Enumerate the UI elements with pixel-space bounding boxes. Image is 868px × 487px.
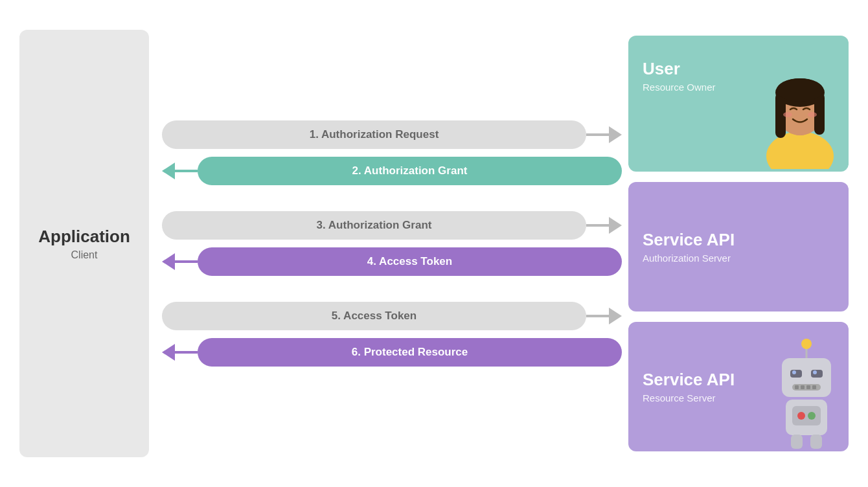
step-1-row: 1. Authorization Request bbox=[162, 119, 622, 150]
svg-rect-12 bbox=[790, 370, 802, 378]
user-character bbox=[758, 52, 842, 172]
step-3-tail bbox=[586, 224, 609, 227]
svg-point-24 bbox=[808, 412, 816, 420]
step-2-arrowhead bbox=[162, 163, 175, 179]
user-panel-subtitle: Resource Owner bbox=[643, 82, 716, 93]
svg-rect-17 bbox=[795, 385, 799, 389]
svg-point-23 bbox=[797, 412, 805, 420]
step-6-pill: 6. Protected Resource bbox=[198, 338, 622, 367]
step-3-row: 3. Authorization Grant bbox=[162, 210, 622, 241]
step-3-pill: 3. Authorization Grant bbox=[162, 211, 586, 240]
client-title: Application bbox=[38, 227, 130, 247]
svg-rect-25 bbox=[791, 435, 803, 449]
step-3-4-group: 3. Authorization Grant 4. Access Token bbox=[162, 210, 622, 277]
svg-rect-18 bbox=[801, 385, 805, 389]
svg-point-10 bbox=[801, 339, 812, 349]
resource-server-panel: Service API Resource Server bbox=[628, 322, 849, 451]
step-1-pill: 1. Authorization Request bbox=[162, 120, 586, 149]
resource-server-text-block: Service API Resource Server bbox=[643, 370, 735, 403]
step-5-6-group: 5. Access Token 6. Protected Resource bbox=[162, 300, 622, 368]
user-panel-title: User bbox=[643, 59, 716, 79]
step-4-tail bbox=[175, 260, 198, 263]
step-6-arrowhead bbox=[162, 344, 175, 361]
svg-rect-22 bbox=[792, 406, 821, 425]
resource-server-title: Service API bbox=[643, 370, 735, 390]
step-6-row: 6. Protected Resource bbox=[162, 337, 622, 368]
step-5-tail bbox=[586, 315, 609, 317]
step-4-row: 4. Access Token bbox=[162, 246, 622, 277]
svg-point-14 bbox=[792, 370, 796, 374]
step-3-arrowhead bbox=[609, 217, 622, 234]
svg-point-15 bbox=[813, 370, 817, 374]
svg-point-0 bbox=[766, 131, 834, 169]
step-5-pill: 5. Access Token bbox=[162, 302, 586, 330]
svg-point-7 bbox=[783, 112, 792, 117]
step-2-tail bbox=[175, 170, 198, 172]
step-1-arrowhead bbox=[609, 126, 622, 143]
auth-server-panel: Service API Authorization Server bbox=[628, 182, 849, 311]
step-5-row: 5. Access Token bbox=[162, 300, 622, 332]
robot-character bbox=[768, 339, 845, 451]
user-panel: User Resource Owner bbox=[628, 36, 849, 172]
step-4-arrowhead bbox=[162, 253, 175, 270]
step-2-pill: 2. Authorization Grant bbox=[198, 157, 622, 185]
svg-point-6 bbox=[777, 78, 823, 102]
step-6-tail bbox=[175, 351, 198, 354]
arrows-section: 1. Authorization Request 2. Authorizatio… bbox=[155, 119, 628, 368]
svg-rect-26 bbox=[810, 435, 822, 449]
step-1-2-group: 1. Authorization Request 2. Authorizatio… bbox=[162, 119, 622, 187]
auth-server-text-block: Service API Authorization Server bbox=[643, 230, 735, 264]
svg-rect-13 bbox=[811, 370, 823, 378]
client-subtitle: Client bbox=[71, 249, 98, 261]
auth-server-title: Service API bbox=[643, 230, 735, 250]
step-2-row: 2. Authorization Grant bbox=[162, 155, 622, 187]
client-panel: Application Client bbox=[19, 30, 149, 457]
svg-rect-19 bbox=[806, 385, 810, 389]
svg-rect-20 bbox=[812, 385, 816, 389]
resource-server-subtitle: Resource Server bbox=[643, 392, 735, 403]
svg-rect-11 bbox=[782, 358, 831, 397]
step-4-pill: 4. Access Token bbox=[198, 247, 622, 276]
svg-point-8 bbox=[808, 112, 817, 117]
step-1-tail bbox=[586, 133, 609, 136]
auth-server-subtitle: Authorization Server bbox=[643, 253, 735, 264]
diagram-container: Application Client 1. Authorization Requ… bbox=[0, 0, 868, 487]
step-5-arrowhead bbox=[609, 308, 622, 324]
user-text-block: User Resource Owner bbox=[643, 49, 716, 93]
right-section: User Resource Owner bbox=[628, 36, 849, 451]
